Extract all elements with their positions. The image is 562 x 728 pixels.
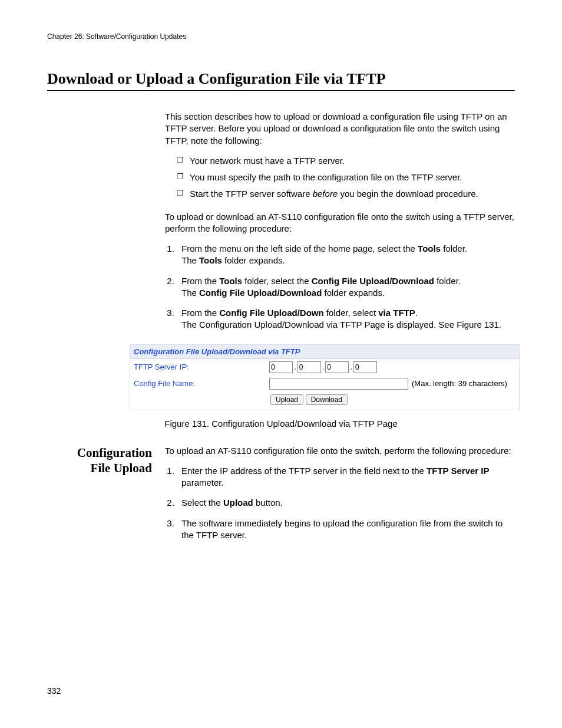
note-item: Your network must have a TFTP server. [177, 155, 515, 167]
bold: Tools [199, 255, 222, 265]
bold: Config File Upload/Download [312, 276, 434, 286]
tftp-ip-octet-1[interactable] [269, 361, 293, 373]
upload-intro: To upload an AT-S110 configuration file … [165, 445, 515, 457]
step-item: From the Config File Upload/Down folder,… [177, 307, 515, 331]
tftp-ip-label: TFTP Server IP: [134, 363, 269, 371]
text: From the [181, 308, 219, 318]
panel-title: Configuration File Upload/Download via T… [130, 345, 519, 359]
tftp-ip-row: TFTP Server IP: . . . [130, 359, 519, 375]
step-item: From the Tools folder, select the Config… [177, 275, 515, 299]
dot: . [294, 363, 296, 371]
text: button. [253, 498, 283, 508]
text: Configuration [77, 446, 152, 460]
text: The Configuration Upload/Download via TF… [181, 319, 501, 330]
bold: TFTP Server IP [427, 466, 489, 476]
tftp-ip-octet-2[interactable] [297, 361, 321, 373]
body-column: This section describes how to upload or … [165, 111, 515, 331]
intro-paragraph: This section describes how to upload or … [165, 111, 515, 147]
bold: Tools [219, 276, 242, 286]
note-item: Start the TFTP server software before yo… [177, 188, 515, 200]
button-row: Upload Download [130, 392, 519, 410]
text: folder expands. [322, 288, 385, 298]
page: Chapter 26: Software/Configuration Updat… [0, 0, 562, 728]
tftp-ip-octet-4[interactable] [353, 361, 377, 373]
step-item: From the menu on the left side of the ho… [177, 243, 515, 267]
upload-button[interactable]: Upload [270, 394, 303, 405]
side-body: To upload an AT-S110 configuration file … [165, 445, 515, 552]
text: folder. [434, 276, 461, 286]
text: Select the [181, 498, 223, 508]
text: you begin the download procedure. [338, 189, 478, 199]
download-button[interactable]: Download [306, 394, 348, 405]
dot: . [322, 363, 325, 371]
side-heading: Configuration File Upload [47, 445, 165, 552]
procedure-steps: From the menu on the left side of the ho… [165, 243, 515, 331]
figure-caption: Figure 131. Configuration Upload/Downloa… [47, 419, 515, 429]
step-item: Enter the IP address of the TFTP server … [177, 465, 515, 489]
page-number: 332 [47, 686, 61, 696]
tftp-ip-octet-3[interactable] [325, 361, 349, 373]
config-file-upload-section: Configuration File Upload To upload an A… [47, 445, 515, 552]
note-item: You must specify the path to the configu… [177, 172, 515, 183]
step-item: Select the Upload button. [177, 497, 515, 509]
bold: Tools [418, 243, 441, 253]
title-rule [47, 90, 515, 91]
text: Start the TFTP server software [190, 189, 313, 199]
page-title: Download or Upload a Configuration File … [47, 70, 515, 88]
text: folder, select the [242, 276, 312, 286]
text: From the menu on the left side of the ho… [181, 243, 418, 253]
step-item: The software immediately begins to uploa… [177, 518, 515, 542]
config-file-label: Config File Name: [134, 379, 269, 388]
max-length-hint: (Max. length: 39 characters) [412, 379, 507, 388]
text: folder. [441, 243, 467, 253]
config-file-row: Config File Name: (Max. length: 39 chara… [130, 375, 519, 392]
upload-steps: Enter the IP address of the TFTP server … [165, 465, 515, 541]
bold: Upload [223, 498, 253, 508]
text: Enter the IP address of the TFTP server … [181, 466, 427, 476]
procedure-lead: To upload or download an AT-S110 configu… [165, 211, 515, 235]
text: The [181, 288, 199, 298]
notes-list: Your network must have a TFTP server. Yo… [165, 155, 515, 200]
text: From the [181, 276, 219, 286]
text: parameter. [181, 477, 224, 487]
bold: Config File Upload/Download [199, 288, 322, 298]
config-file-input[interactable] [269, 378, 408, 390]
text: . [415, 308, 418, 318]
bold: Config File Upload/Down [219, 308, 323, 318]
text: folder expands. [222, 255, 285, 265]
bold: via TFTP [378, 308, 415, 318]
text: The [181, 255, 199, 265]
text: folder, select [324, 308, 379, 318]
tftp-config-panel: Configuration File Upload/Download via T… [130, 344, 520, 410]
text: File Upload [91, 461, 152, 475]
emphasis: before [313, 189, 338, 199]
chapter-header: Chapter 26: Software/Configuration Updat… [47, 32, 515, 41]
dot: . [350, 363, 352, 371]
